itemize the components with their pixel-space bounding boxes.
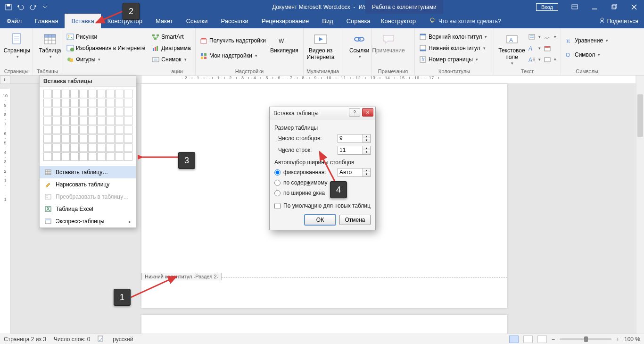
grid-cell[interactable] — [124, 90, 132, 98]
grid-cell[interactable] — [43, 108, 52, 116]
screenshot-button[interactable]: Снимок▾ — [150, 54, 192, 65]
grid-cell[interactable] — [115, 152, 124, 161]
grid-cell[interactable] — [97, 99, 106, 107]
grid-cell[interactable] — [115, 108, 124, 116]
status-page[interactable]: Страница 2 из 3 — [4, 336, 46, 343]
grid-cell[interactable] — [88, 143, 97, 152]
grid-cell[interactable] — [70, 99, 79, 107]
comment-button[interactable]: Примечание — [374, 30, 403, 54]
menu-excel-table[interactable]: X Таблица Excel — [40, 203, 136, 215]
dialog-close-button[interactable]: ✕ — [362, 108, 373, 117]
close-button[interactable] — [624, 0, 644, 14]
radio-content-row[interactable]: по содержимому — [274, 178, 371, 187]
cols-input[interactable] — [338, 134, 363, 143]
grid-cell[interactable] — [52, 126, 61, 134]
header-button[interactable]: Верхний колонтитул▾ — [418, 32, 491, 42]
grid-cell[interactable] — [79, 99, 88, 107]
status-proofing-icon[interactable] — [98, 335, 105, 343]
grid-cell[interactable] — [61, 126, 70, 134]
grid-cell[interactable] — [61, 99, 70, 107]
grid-cell[interactable] — [79, 117, 88, 125]
login-button[interactable]: Вход — [536, 3, 558, 11]
grid-cell[interactable] — [70, 90, 79, 98]
grid-cell[interactable] — [97, 117, 106, 125]
grid-cell[interactable] — [124, 117, 132, 125]
equation-button[interactable]: πУравнение▾ — [564, 35, 610, 46]
tab-insert[interactable]: Вставка — [65, 14, 100, 28]
remember-row[interactable]: По умолчанию для новых таблиц — [274, 202, 371, 209]
maximize-button[interactable] — [604, 0, 624, 14]
dialog-help-button[interactable]: ? — [349, 108, 360, 117]
grid-cell[interactable] — [61, 143, 70, 152]
grid-cell[interactable] — [97, 108, 106, 116]
view-web-layout[interactable] — [537, 336, 547, 343]
status-language[interactable]: русский — [113, 336, 133, 343]
grid-cell[interactable] — [97, 143, 106, 152]
grid-cell[interactable] — [52, 108, 61, 116]
grid-cell[interactable] — [115, 99, 124, 107]
tab-hf-design[interactable]: Конструктор — [365, 14, 431, 28]
smartart-button[interactable]: SmartArt — [150, 32, 192, 42]
grid-cell[interactable] — [61, 134, 70, 143]
grid-cell[interactable] — [115, 126, 124, 134]
grid-cell[interactable] — [70, 143, 79, 152]
grid-cell[interactable] — [106, 126, 115, 134]
get-addins-button[interactable]: Получить надстройки — [198, 35, 267, 46]
links-button[interactable]: Ссылки ▾ — [345, 30, 373, 59]
tell-me[interactable]: Что вы хотите сделать? — [429, 14, 501, 28]
grid-cell[interactable] — [43, 143, 52, 152]
online-pictures-button[interactable]: Изображения в Интернете — [65, 43, 147, 53]
footer-button[interactable]: Нижний колонтитул▾ — [418, 43, 491, 53]
shapes-button[interactable]: Фигуры▾ — [65, 54, 147, 65]
grid-cell[interactable] — [115, 143, 124, 152]
rows-updown[interactable]: ▲▼ — [363, 146, 371, 155]
grid-cell[interactable] — [52, 90, 61, 98]
grid-cell[interactable] — [52, 152, 61, 161]
minimize-button[interactable] — [585, 0, 604, 14]
grid-cell[interactable] — [79, 134, 88, 143]
datetime-button[interactable] — [542, 43, 558, 53]
menu-draw-table[interactable]: Нарисовать таблицу — [40, 178, 136, 191]
grid-cell[interactable] — [97, 152, 106, 161]
my-addins-button[interactable]: Мои надстройки▾ — [198, 50, 267, 61]
ok-button[interactable]: ОК — [305, 215, 336, 225]
grid-cell[interactable] — [79, 152, 88, 161]
zoom-slider[interactable] — [560, 338, 611, 340]
grid-cell[interactable] — [88, 134, 97, 143]
undo-button[interactable] — [15, 1, 26, 13]
radio-window[interactable] — [274, 190, 281, 196]
tab-file[interactable]: Файл — [0, 14, 28, 28]
ruler-corner[interactable]: L — [0, 76, 10, 84]
redo-button[interactable] — [27, 1, 39, 13]
grid-cell[interactable] — [61, 117, 70, 125]
view-read-mode[interactable] — [509, 336, 519, 343]
grid-cell[interactable] — [70, 117, 79, 125]
grid-cell[interactable] — [61, 108, 70, 116]
wikipedia-button[interactable]: W Википедия — [270, 30, 298, 67]
grid-cell[interactable] — [52, 99, 61, 107]
grid-cell[interactable] — [43, 126, 52, 134]
table-button[interactable]: Таблица ▾ — [36, 30, 64, 59]
grid-cell[interactable] — [88, 152, 97, 161]
grid-cell[interactable] — [124, 152, 132, 161]
grid-cell[interactable] — [88, 99, 97, 107]
qat-customize[interactable] — [40, 1, 51, 13]
radio-content[interactable] — [274, 180, 281, 186]
tab-mailings[interactable]: Рассылки — [214, 14, 255, 28]
grid-cell[interactable] — [43, 117, 52, 125]
object-button[interactable]: ▾ — [542, 54, 558, 65]
grid-cell[interactable] — [115, 134, 124, 143]
zoom-out[interactable]: − — [552, 336, 555, 343]
grid-cell[interactable] — [106, 117, 115, 125]
cancel-button[interactable]: Отмена — [339, 215, 371, 225]
pictures-button[interactable]: Рисунки — [65, 32, 147, 42]
textbox-button[interactable]: A Текстовое поле ▾ — [497, 30, 527, 67]
grid-cell[interactable] — [43, 134, 52, 143]
menu-quick-tables[interactable]: Экспресс-таблицы ▸ — [40, 215, 136, 227]
cols-spinner[interactable]: ▲▼ — [338, 134, 371, 143]
vertical-scrollbar[interactable] — [636, 76, 644, 334]
grid-cell[interactable] — [106, 99, 115, 107]
grid-cell[interactable] — [43, 99, 52, 107]
grid-cell[interactable] — [106, 108, 115, 116]
grid-cell[interactable] — [70, 134, 79, 143]
